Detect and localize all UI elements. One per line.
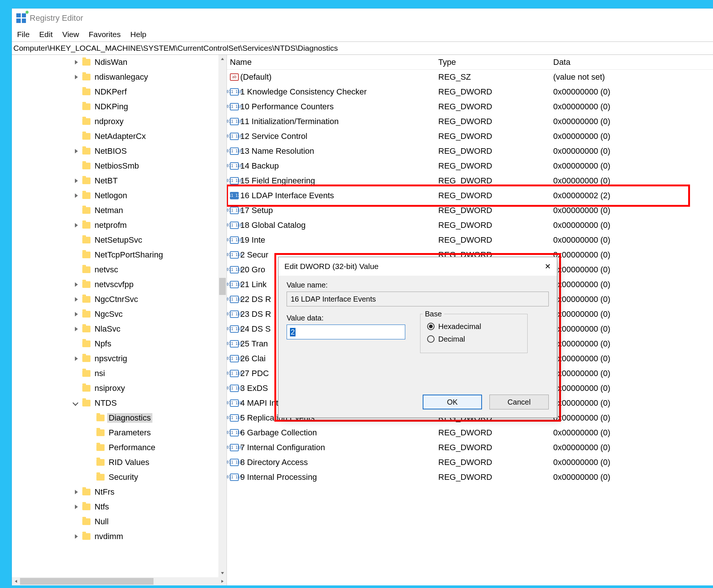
scroll-right-button[interactable] — [218, 577, 227, 585]
cancel-button[interactable]: Cancel — [489, 395, 549, 409]
chevron-right-icon[interactable] — [73, 74, 80, 80]
tree-item[interactable]: nvdimm — [12, 529, 218, 544]
list-item[interactable]: 011 11016 LDAP Interface EventsREG_DWORD… — [227, 188, 713, 203]
chevron-right-icon[interactable] — [73, 222, 80, 229]
radio-dec[interactable]: Decimal — [427, 333, 521, 345]
dword-value-icon: 011 110 — [230, 207, 239, 214]
tree-item[interactable]: NetbiosSmb — [12, 159, 218, 173]
tree-item[interactable]: nsiproxy — [12, 381, 218, 396]
tree-item[interactable]: NdisWan — [12, 55, 218, 70]
chevron-none — [73, 103, 80, 110]
list-item[interactable]: 011 1108 Directory AccessREG_DWORD0x0000… — [227, 455, 713, 470]
tree-item[interactable]: Ntfs — [12, 499, 218, 514]
list-item[interactable]: 011 1106 Garbage CollectionREG_DWORD0x00… — [227, 425, 713, 440]
chevron-down-icon[interactable] — [73, 400, 80, 406]
tree-item[interactable]: ndproxy — [12, 114, 218, 129]
list-item[interactable]: ab(Default)REG_SZ(value not set) — [227, 70, 713, 84]
tree-item[interactable]: netprofm — [12, 218, 218, 233]
tree-item[interactable]: npsvctrig — [12, 351, 218, 366]
tree-item[interactable]: NetBIOS — [12, 144, 218, 159]
tree-item[interactable]: netvscvfpp — [12, 277, 218, 292]
chevron-right-icon[interactable] — [73, 326, 80, 332]
tree-item[interactable]: NlaSvc — [12, 322, 218, 336]
chevron-right-icon[interactable] — [73, 355, 80, 362]
tree-item[interactable]: netvsc — [12, 262, 218, 277]
radio-dec-label: Decimal — [438, 335, 465, 343]
list-item[interactable]: 011 1101 Knowledge Consistency CheckerRE… — [227, 84, 713, 99]
column-name[interactable]: Name — [227, 57, 438, 67]
scroll-down-button[interactable] — [218, 569, 227, 577]
tree-item-label: NDKPerf — [93, 87, 128, 97]
menu-edit[interactable]: Edit — [39, 30, 53, 39]
list-item[interactable]: 011 11017 SetupREG_DWORD0x00000000 (0) — [227, 203, 713, 218]
dialog-titlebar[interactable]: Edit DWORD (32-bit) Value ✕ — [278, 257, 557, 276]
tree-item[interactable]: NDKPerf — [12, 84, 218, 99]
tree-item[interactable]: NetBT — [12, 173, 218, 188]
tree-item[interactable]: NDKPing — [12, 99, 218, 114]
tree-item[interactable]: NgcCtnrSvc — [12, 292, 218, 307]
list-item[interactable]: 011 11011 Initialization/TerminationREG_… — [227, 114, 713, 129]
address-bar[interactable]: Computer\HKEY_LOCAL_MACHINE\SYSTEM\Curre… — [12, 41, 713, 55]
chevron-right-icon[interactable] — [73, 504, 80, 510]
tree-item[interactable]: ndiswanlegacy — [12, 70, 218, 84]
list-item[interactable]: 011 11014 BackupREG_DWORD0x00000000 (0) — [227, 159, 713, 173]
chevron-right-icon[interactable] — [73, 533, 80, 540]
chevron-right-icon[interactable] — [73, 148, 80, 155]
scroll-up-button[interactable] — [218, 55, 227, 63]
value-type: REG_SZ — [438, 72, 553, 82]
menu-view[interactable]: View — [62, 30, 79, 39]
tree-item[interactable]: NetTcpPortSharing — [12, 248, 218, 262]
radio-hex[interactable]: Hexadecimal — [427, 320, 521, 333]
tree-item[interactable]: Netman — [12, 203, 218, 218]
tree-item[interactable]: Security — [12, 470, 218, 485]
chevron-none — [73, 163, 80, 169]
tree-item[interactable]: Performance — [12, 440, 218, 455]
scroll-left-button[interactable] — [12, 577, 20, 585]
tree-item[interactable]: nsi — [12, 366, 218, 381]
menu-help[interactable]: Help — [131, 30, 146, 39]
tree-item[interactable]: NetAdapterCx — [12, 129, 218, 144]
tree-item[interactable]: NtFrs — [12, 485, 218, 499]
tree-item[interactable]: Netlogon — [12, 188, 218, 203]
list-item[interactable]: 011 1107 Internal ConfigurationREG_DWORD… — [227, 440, 713, 455]
chevron-right-icon[interactable] — [73, 177, 80, 184]
scroll-thumb-h[interactable] — [20, 578, 154, 585]
chevron-right-icon[interactable] — [73, 192, 80, 199]
column-data[interactable]: Data — [553, 57, 713, 67]
column-type[interactable]: Type — [438, 57, 553, 67]
value-name: 16 LDAP Interface Events — [240, 191, 334, 200]
tree-item[interactable]: NgcSvc — [12, 307, 218, 322]
tree-item[interactable]: RID Values — [12, 455, 218, 470]
scroll-thumb[interactable] — [219, 278, 226, 295]
chevron-right-icon[interactable] — [73, 311, 80, 318]
tree-item[interactable]: Parameters — [12, 425, 218, 440]
chevron-right-icon[interactable] — [73, 281, 80, 288]
value-data-field[interactable]: 2 — [287, 325, 405, 339]
list-item[interactable]: 011 11012 Service ControlREG_DWORD0x0000… — [227, 129, 713, 144]
tree-horizontal-scrollbar[interactable] — [12, 577, 227, 585]
tree-item[interactable]: NetSetupSvc — [12, 233, 218, 248]
tree-item-label: NlaSvc — [93, 324, 122, 334]
chevron-right-icon[interactable] — [73, 59, 80, 66]
key-tree[interactable]: NdisWanndiswanlegacyNDKPerfNDKPingndprox… — [12, 55, 227, 577]
list-item[interactable]: 011 11010 Performance CountersREG_DWORD0… — [227, 99, 713, 114]
menu-file[interactable]: File — [17, 30, 30, 39]
chevron-right-icon[interactable] — [73, 296, 80, 303]
list-header[interactable]: Name Type Data — [227, 55, 713, 70]
chevron-none — [73, 207, 80, 214]
list-item[interactable]: 011 11018 Global CatalogREG_DWORD0x00000… — [227, 218, 713, 233]
list-item[interactable]: 011 11013 Name ResolutionREG_DWORD0x0000… — [227, 144, 713, 159]
list-item[interactable]: 011 1109 Internal ProcessingREG_DWORD0x0… — [227, 470, 713, 485]
list-item[interactable]: 011 11019 InteREG_DWORD0x00000000 (0) — [227, 233, 713, 248]
titlebar[interactable]: Registry Editor — [12, 9, 713, 27]
ok-button[interactable]: OK — [423, 395, 482, 409]
tree-item[interactable]: NTDS — [12, 396, 218, 411]
close-icon[interactable]: ✕ — [545, 262, 551, 271]
tree-item[interactable]: Null — [12, 514, 218, 529]
menu-favorites[interactable]: Favorites — [89, 30, 121, 39]
list-item[interactable]: 011 11015 Field EngineeringREG_DWORD0x00… — [227, 173, 713, 188]
tree-vertical-scrollbar[interactable] — [218, 55, 227, 577]
tree-item[interactable]: Npfs — [12, 336, 218, 351]
chevron-right-icon[interactable] — [73, 489, 80, 495]
tree-item[interactable]: Diagnostics — [12, 411, 218, 425]
